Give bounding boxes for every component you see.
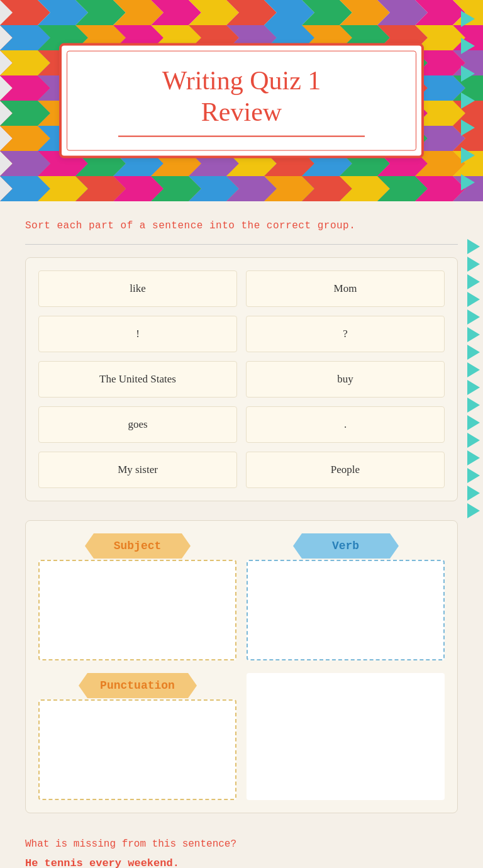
c-arrow-9 bbox=[467, 380, 480, 395]
tile-period[interactable]: . bbox=[246, 406, 445, 443]
c-arrow-11 bbox=[467, 415, 480, 430]
title-underline bbox=[118, 135, 365, 136]
right-arrow-7 bbox=[461, 174, 475, 191]
c-arrow-4 bbox=[467, 292, 480, 307]
content-right-arrows bbox=[467, 201, 483, 868]
right-arrow-2 bbox=[461, 38, 475, 54]
punctuation-drop-zone[interactable] bbox=[38, 699, 236, 800]
right-arrow-1 bbox=[461, 11, 475, 27]
tile-exclaim[interactable]: ! bbox=[38, 316, 237, 352]
tile-question[interactable]: ? bbox=[246, 316, 445, 352]
right-arrow-5 bbox=[461, 120, 475, 136]
punctuation-category: Punctuation bbox=[38, 673, 236, 800]
verb-category: Verb bbox=[247, 533, 445, 660]
right-arrow-3 bbox=[461, 65, 475, 82]
tile-us[interactable]: The United States bbox=[38, 361, 237, 398]
c-arrow-8 bbox=[467, 362, 480, 377]
sentence-text: He tennis every weekend. bbox=[25, 857, 458, 868]
punctuation-ribbon: Punctuation bbox=[87, 673, 188, 698]
c-arrow-1 bbox=[467, 239, 480, 254]
categories-area: Subject Verb bbox=[25, 520, 458, 813]
title-box: Writing Quiz 1 Review bbox=[59, 43, 424, 159]
c-arrow-2 bbox=[467, 257, 480, 272]
c-arrow-15 bbox=[467, 486, 480, 501]
verb-ribbon: Verb bbox=[302, 533, 390, 559]
tile-mom[interactable]: Mom bbox=[246, 270, 445, 307]
subject-category: Subject bbox=[38, 533, 236, 660]
question-section: What is missing from this sentence? He t… bbox=[25, 832, 458, 868]
tiles-container: like Mom ! ? The United States buy goes … bbox=[25, 257, 458, 501]
tile-people[interactable]: People bbox=[246, 452, 445, 488]
tile-mysister[interactable]: My sister bbox=[38, 452, 237, 488]
c-arrow-10 bbox=[467, 398, 480, 413]
title-line1: Writing Quiz 1 bbox=[99, 65, 384, 96]
c-arrow-7 bbox=[467, 345, 480, 360]
c-arrow-12 bbox=[467, 433, 480, 448]
title-line2: Review bbox=[99, 96, 384, 128]
tile-goes[interactable]: goes bbox=[38, 406, 237, 443]
c-arrow-13 bbox=[467, 450, 480, 465]
sort-divider bbox=[25, 244, 458, 245]
c-arrow-6 bbox=[467, 327, 480, 342]
subject-ribbon: Subject bbox=[94, 533, 182, 559]
right-side-arrows bbox=[461, 0, 483, 201]
c-arrow-5 bbox=[467, 309, 480, 325]
subject-drop-zone[interactable] bbox=[38, 560, 236, 660]
c-arrow-16 bbox=[467, 503, 480, 518]
main-content: Sort each part of a sentence into the co… bbox=[0, 201, 483, 868]
right-arrow-6 bbox=[461, 147, 475, 164]
right-arrow-4 bbox=[461, 92, 475, 109]
instruction-text: Sort each part of a sentence into the co… bbox=[25, 220, 458, 231]
tile-buy[interactable]: buy bbox=[246, 361, 445, 398]
question-text: What is missing from this sentence? bbox=[25, 838, 458, 850]
header-area: Writing Quiz 1 Review bbox=[0, 0, 483, 201]
tile-like[interactable]: like bbox=[38, 270, 237, 307]
c-arrow-14 bbox=[467, 468, 480, 483]
verb-drop-zone[interactable] bbox=[247, 560, 445, 660]
c-arrow-3 bbox=[467, 274, 480, 289]
empty-right bbox=[247, 673, 445, 800]
